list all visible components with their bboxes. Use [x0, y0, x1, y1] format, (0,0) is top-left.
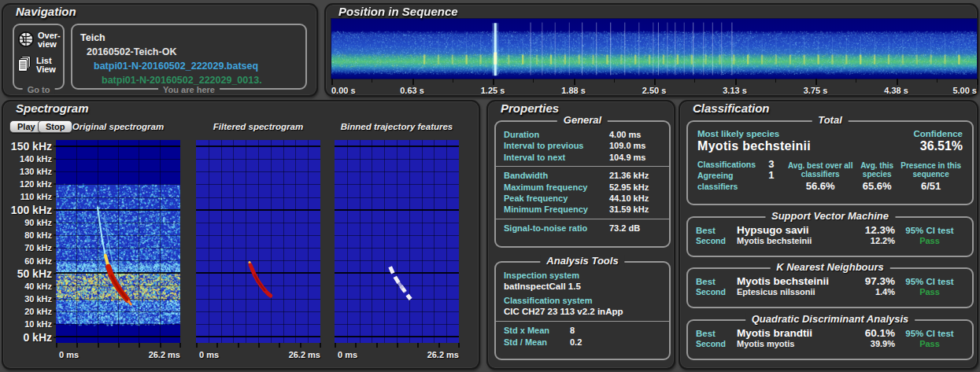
filtered-spectrogram-canvas [196, 140, 320, 343]
time-tickbar [56, 343, 181, 348]
property-row: Std / Mean0.2 [504, 337, 661, 348]
property-row: Peak frequency44.10 kHz [504, 193, 661, 204]
navigation-panel: Navigation Over- view List View [2, 3, 318, 97]
breadcrumb-session: 20160502-Teich-OK [87, 45, 298, 59]
overview-button[interactable]: Over- view [17, 31, 61, 50]
sequence-tick [735, 79, 737, 85]
sequence-tick [614, 79, 615, 83]
time-tick [458, 343, 460, 348]
spectrogram-title: Spectrogram [16, 101, 89, 115]
classifier-second-row: Second Myotis myotis 39.9% Pass [696, 339, 964, 348]
time-end-label: 26.2 ms [427, 350, 459, 359]
time-tick [417, 343, 419, 348]
confidence-label: Confidence [913, 129, 963, 138]
qda-heading: Quadratic Discriminant Analysis [745, 313, 915, 325]
time-tick [258, 343, 260, 348]
time-start-label: 0 ms [59, 350, 79, 359]
sequence-tick [493, 79, 494, 85]
most-likely-species-value: Myotis bechsteinii [697, 139, 811, 153]
time-tick [238, 343, 239, 348]
time-tickbar [196, 343, 321, 348]
property-row: Std x Mean8 [504, 325, 661, 337]
property-row: Bandwidth21.36 kHz [504, 170, 661, 181]
properties-title: Properties [501, 101, 559, 115]
sequence-tick-label: 0.00 s [331, 86, 356, 95]
you-are-here-legend: You are here [158, 85, 220, 94]
sequence-tick [574, 79, 575, 85]
svm-heading: Support Vector Machine [765, 210, 895, 222]
binned-trajectory-title: Binned trajectory features [335, 122, 459, 131]
classifier-best-row: Best Myotis bechsteinii 97.3% 95% CI tes… [696, 275, 964, 287]
time-tickbar [335, 343, 460, 348]
freq-tick-label: 130 kHz [3, 165, 52, 178]
freq-tick-label: 60 kHz [3, 255, 52, 267]
most-likely-species-label: Most likely species [697, 129, 779, 138]
time-tick [76, 343, 78, 348]
list-view-icon [17, 55, 33, 75]
classification-system-label: Classification system [504, 295, 661, 306]
classifier-best-row: Best Myotis brandtii 60.1% 95% CI test [696, 327, 964, 339]
original-spectrogram-title: Original spectrogram [56, 122, 180, 131]
time-tick [438, 343, 440, 348]
total-heading: Total [812, 114, 849, 126]
sequence-tick [815, 79, 817, 85]
sequence-tick [331, 79, 333, 85]
sequence-tick-label: 5.00 s [952, 86, 977, 95]
original-spectrogram-canvas [56, 140, 180, 343]
freq-tick-label: 120 kHz [3, 178, 52, 190]
sequence-tick [654, 79, 656, 85]
sequence-time-axis: 0.00 s 0.63 s 1.25 s 1.88 s 2.50 s 3.13 … [331, 79, 977, 98]
sequence-tick [977, 79, 978, 85]
freq-tick-label: 10 kHz [3, 318, 52, 330]
sequence-title: Position in Sequence [338, 5, 458, 18]
time-end-label: 26.2 ms [289, 350, 320, 359]
goto-box: Over- view List View Go to [13, 24, 65, 90]
inspection-system-label: Inspection system [504, 270, 661, 281]
breadcrumb-site: Teich [80, 31, 298, 45]
sequence-tick-label: 3.75 s [804, 86, 828, 95]
time-tick [397, 343, 398, 348]
list-view-button[interactable]: List View [17, 55, 56, 75]
sequence-tick-label: 3.13 s [723, 86, 747, 95]
avg-species-column: Avg. this species 65.6% [855, 161, 899, 192]
list-view-label: List [36, 57, 56, 65]
avg-best-column: Avg. best over all classifiers 56.6% [786, 161, 855, 192]
time-tick [320, 343, 321, 348]
property-row: Minimum Frequency31.59 kHz [504, 204, 661, 215]
freq-tick-label: 40 kHz [3, 280, 52, 293]
spectrogram-panel: Spectrogram Play Stop Original spectrogr… [2, 100, 480, 370]
time-tick [160, 343, 161, 348]
freq-tick-label: 0 kHz [3, 331, 52, 344]
property-row: Signal-to-noise ratio73.2 dB [504, 223, 661, 234]
freq-tick-label: 100 kHz [3, 204, 52, 216]
knn-classifier-box: K Nearest Neighbours Best Myotis bechste… [686, 267, 974, 308]
divider [496, 321, 669, 322]
time-tick [355, 343, 357, 348]
freq-tick-label: 50 kHz [3, 267, 52, 280]
time-tick [56, 343, 57, 348]
general-heading: General [557, 114, 608, 126]
classification-title: Classification [693, 101, 770, 115]
qda-classifier-box: Quadratic Discriminant Analysis Best Myo… [686, 319, 974, 360]
classifications-row: Classifications 3 [697, 159, 786, 170]
time-tick [118, 343, 120, 348]
property-row: Interval to next104.9 ms [504, 152, 661, 163]
agreeing-classifiers-row: Agreeing classifiers 1 [697, 170, 786, 192]
sequence-tick [694, 79, 695, 83]
divider [496, 219, 669, 219]
freq-tick-label: 90 kHz [3, 216, 52, 229]
sequence-tick-label: 2.50 s [642, 86, 667, 95]
sequence-tick [775, 79, 776, 83]
globe-icon [17, 31, 35, 50]
classification-system-value: CIC CH27 23 113 v2.2 inApp [504, 306, 661, 318]
goto-legend: Go to [23, 85, 55, 94]
app-root: Navigation Over- view List View [0, 0, 980, 372]
navigation-title: Navigation [16, 5, 76, 18]
classifier-second-row: Second Eptesicus nilssonii 1.4% Pass [696, 287, 964, 296]
sequence-spectrogram-canvas[interactable] [331, 18, 978, 79]
sequence-tick-label: 0.63 s [400, 86, 424, 95]
time-tick [335, 343, 336, 348]
property-row: Maximum frequency52.95 kHz [504, 182, 661, 193]
breadcrumb-sequence-link[interactable]: batpi01-N-20160502_222029.batseq [94, 59, 298, 73]
sequence-tick [897, 79, 898, 85]
